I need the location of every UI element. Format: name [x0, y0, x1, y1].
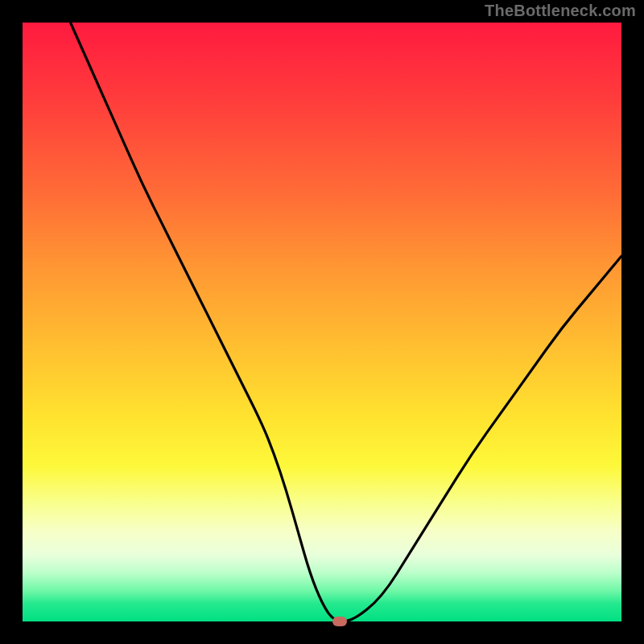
- plot-area: [23, 23, 621, 621]
- chart-frame: TheBottleneck.com: [0, 0, 644, 644]
- bottleneck-curve-path: [71, 23, 621, 621]
- curve-svg: [23, 23, 621, 621]
- bottleneck-marker: [332, 617, 347, 626]
- watermark-text: TheBottleneck.com: [485, 2, 636, 20]
